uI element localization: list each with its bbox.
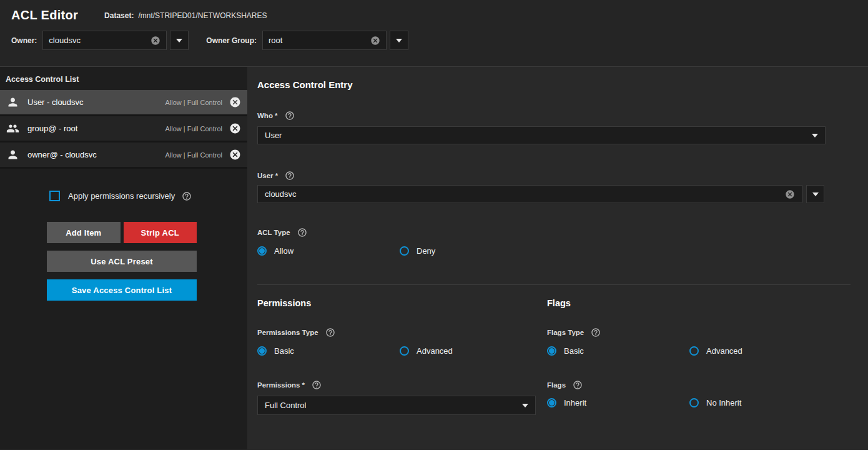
radio-unselected-icon	[400, 346, 409, 356]
permissions-select[interactable]: Full Control	[257, 396, 536, 415]
user-combo: cloudsvc	[257, 185, 858, 203]
owner-group-clear-icon[interactable]	[370, 36, 380, 46]
who-label: Who *	[257, 112, 278, 119]
owner-dropdown-button[interactable]	[170, 31, 189, 50]
chevron-down-icon	[396, 39, 402, 42]
radio-advanced-label: Advanced	[706, 346, 742, 356]
acl-list-item[interactable]: User - cloudsvc Allow | Full Control	[0, 90, 247, 116]
help-icon[interactable]	[591, 328, 601, 338]
acl-item-label: group@ - root	[27, 124, 165, 133]
acl-list-item[interactable]: owner@ - cloudsvc Allow | Full Control	[0, 142, 247, 169]
sidebar-buttons: Add Item Strip ACL Use ACL Preset Save A…	[47, 222, 197, 301]
recursive-checkbox[interactable]	[49, 191, 60, 201]
acl-item-detail: Allow | Full Control	[165, 99, 223, 106]
help-icon[interactable]	[285, 111, 295, 121]
help-icon[interactable]	[182, 191, 192, 201]
help-icon[interactable]	[312, 380, 322, 390]
owner-combo: cloudsvc	[42, 31, 189, 50]
radio-no-inherit[interactable]: No Inherit	[689, 398, 832, 408]
permissions-value: Full Control	[265, 401, 306, 410]
radio-selected-icon	[547, 346, 556, 356]
help-icon[interactable]	[325, 328, 335, 338]
radio-deny[interactable]: Deny	[400, 246, 542, 256]
flags-label: Flags	[547, 381, 566, 389]
help-icon[interactable]	[297, 228, 307, 238]
radio-flags-basic[interactable]: Basic	[547, 346, 689, 356]
help-icon[interactable]	[573, 380, 583, 390]
permissions-type-label-row: Permissions Type	[257, 328, 547, 338]
acl-type-label: ACL Type	[257, 229, 290, 236]
user-clear-icon[interactable]	[785, 189, 795, 199]
radio-flags-advanced[interactable]: Advanced	[689, 346, 832, 356]
user-input[interactable]: cloudsvc	[257, 185, 802, 203]
user-dropdown-button[interactable]	[806, 185, 824, 203]
remove-entry-icon[interactable]	[229, 149, 241, 161]
who-select[interactable]: User	[257, 126, 826, 144]
people-icon	[6, 122, 19, 135]
flags-title: Flags	[547, 298, 858, 308]
acl-entry-panel: Access Control Entry Who * User User * c…	[247, 67, 868, 449]
section-divider	[257, 284, 851, 285]
permissions-type-label: Permissions Type	[257, 329, 318, 336]
recursive-row: Apply permissions recursively	[49, 191, 247, 201]
permissions-flags-columns: Permissions Permissions Type Basic Advan…	[257, 298, 858, 415]
owner-row: Owner: cloudsvc Owner Group: root	[11, 31, 857, 50]
title-row: ACL Editor Dataset: /mnt/STRIPED01/NETWO…	[11, 0, 857, 22]
flags-column: Flags Flags Type Basic Advanced	[547, 298, 858, 415]
radio-unselected-icon	[689, 346, 699, 356]
owner-group-input[interactable]: root	[262, 31, 387, 50]
add-item-button[interactable]: Add Item	[47, 222, 121, 243]
radio-basic-label: Basic	[564, 346, 584, 356]
owner-group-label: Owner Group:	[206, 36, 257, 45]
radio-unselected-icon	[689, 398, 699, 408]
flags-type-label: Flags Type	[547, 329, 584, 336]
acl-item-label: User - cloudsvc	[27, 98, 165, 107]
owner-label: Owner:	[11, 36, 37, 45]
header: ACL Editor Dataset: /mnt/STRIPED01/NETWO…	[0, 0, 868, 67]
radio-unselected-icon	[400, 246, 409, 256]
radio-selected-icon	[257, 346, 267, 356]
save-acl-button[interactable]: Save Access Control List	[47, 279, 197, 301]
acl-item-detail: Allow | Full Control	[165, 125, 223, 132]
entry-title: Access Control Entry	[257, 79, 858, 90]
radio-inherit-label: Inherit	[564, 398, 586, 408]
acl-list-title: Access Control List	[0, 67, 247, 90]
user-value: cloudsvc	[265, 189, 297, 199]
radio-permissions-advanced[interactable]: Advanced	[400, 346, 542, 356]
acl-list-item[interactable]: group@ - root Allow | Full Control	[0, 116, 247, 142]
radio-deny-label: Deny	[417, 246, 435, 256]
remove-entry-icon[interactable]	[229, 96, 241, 108]
flags-type-label-row: Flags Type	[547, 328, 858, 338]
flags-type-radio-group: Basic Advanced	[547, 346, 858, 356]
radio-basic-label: Basic	[274, 346, 294, 356]
radio-allow-label: Allow	[274, 246, 293, 256]
acl-type-radio-group: Allow Deny	[257, 246, 858, 256]
user-label: User *	[257, 172, 278, 179]
remove-entry-icon[interactable]	[229, 122, 241, 134]
chevron-down-icon	[812, 134, 818, 138]
main-area: Access Control List User - cloudsvc Allo…	[0, 67, 868, 449]
owner-group-value: root	[269, 36, 282, 45]
owner-group-combo: root	[262, 31, 408, 50]
acl-item-label: owner@ - cloudsvc	[27, 150, 165, 159]
chevron-down-icon	[522, 404, 528, 408]
radio-permissions-basic[interactable]: Basic	[257, 346, 400, 356]
who-label-row: Who *	[257, 111, 858, 121]
person-icon	[6, 148, 19, 161]
acl-item-detail: Allow | Full Control	[165, 151, 223, 159]
dataset-path: /mnt/STRIPED01/NETWORKSHARES	[138, 11, 267, 20]
who-value: User	[265, 131, 282, 140]
strip-acl-button[interactable]: Strip ACL	[124, 222, 197, 243]
owner-clear-icon[interactable]	[150, 36, 160, 46]
page-title: ACL Editor	[11, 8, 78, 22]
use-acl-preset-button[interactable]: Use ACL Preset	[47, 251, 197, 272]
radio-no-inherit-label: No Inherit	[706, 398, 741, 408]
radio-inherit[interactable]: Inherit	[547, 398, 689, 408]
owner-group-dropdown-button[interactable]	[390, 31, 408, 50]
help-icon[interactable]	[285, 171, 295, 181]
permissions-column: Permissions Permissions Type Basic Advan…	[257, 298, 547, 415]
radio-allow[interactable]: Allow	[257, 246, 400, 256]
permissions-title: Permissions	[257, 298, 547, 308]
owner-input[interactable]: cloudsvc	[42, 31, 167, 50]
flags-label-row: Flags	[547, 380, 858, 390]
